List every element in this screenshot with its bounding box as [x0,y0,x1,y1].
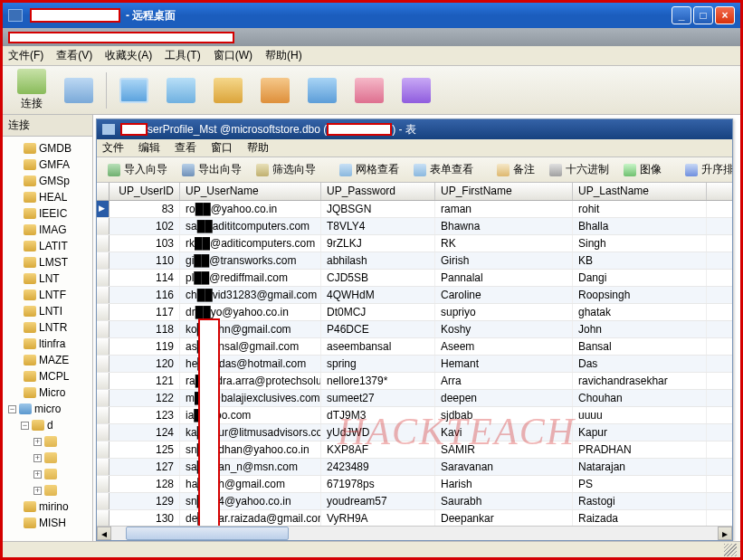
resize-grip[interactable] [724,544,737,556]
cell-userid[interactable]: 124 [110,424,180,441]
data-grid[interactable]: UP_UserID UP_UserName UP_Password UP_Fir… [97,183,732,526]
tb-view[interactable] [157,78,205,103]
col-lastname[interactable]: UP_LastName [573,183,707,200]
row-header[interactable] [97,510,110,526]
tree-folder[interactable]: + [8,433,92,450]
tree-db-LATIT[interactable]: LATIT [8,238,92,254]
tree-sub[interactable]: −d [8,417,92,433]
cell-userid[interactable]: 119 [110,338,180,355]
cell-lastname[interactable]: Rastogi [573,493,707,509]
tree-db-GMSp[interactable]: GMSp [8,173,92,189]
cell-userid[interactable]: 114 [110,270,180,286]
cell-lastname[interactable]: ravichandrasekhar [573,373,707,389]
cell-lastname[interactable]: ghatak [573,304,707,320]
cell-lastname[interactable]: PRADHAN [573,441,707,458]
tree-server[interactable]: −micro [8,401,92,417]
cell-userid[interactable]: 83 [110,201,180,217]
table-row[interactable]: 120he██_das@hotmail.comspringHemantDas [97,356,732,373]
tb-connect[interactable]: 连接 [8,69,55,111]
cell-firstname[interactable]: Caroline [435,287,573,303]
row-header[interactable] [97,270,110,286]
row-header[interactable] [97,304,110,320]
cell-password[interactable]: nellore1379* [321,373,435,389]
cell-username[interactable]: ro██@yahoo.co.in [180,201,321,217]
row-header[interactable] [97,252,110,269]
table-row[interactable]: 125sn██adhan@yahoo.co.inKXP8AFSAMIRPRADH… [97,441,732,459]
tree-db-LNTI[interactable]: LNTI [8,303,92,319]
tree-db-GMDB[interactable]: GMDB [8,140,92,157]
cell-lastname[interactable]: Chouhan [573,390,707,406]
scroll-left-arrow[interactable]: ◂ [97,527,111,540]
cell-username[interactable]: ch██vid31283@gmail.com [180,287,321,303]
table-row[interactable]: 83ro██@yahoo.co.inJQBSGNramanrohit [97,201,732,218]
cell-userid[interactable]: 117 [110,304,180,320]
cell-userid[interactable]: 125 [110,441,180,458]
row-header[interactable] [97,407,110,423]
btn-image[interactable]: 图像 [618,160,667,179]
cell-username[interactable]: de██kar.raizada@gmail.com [180,510,321,526]
cell-password[interactable]: JQBSGN [321,201,435,217]
btn-hex[interactable]: 十六进制 [544,160,614,179]
row-header[interactable] [97,441,110,458]
tree-db-ltinfra[interactable]: ltinfra [8,336,92,352]
close-button[interactable]: × [715,6,735,24]
table-row[interactable]: 118ko██phn@gmail.comP46DCEKoshyJohn [97,321,732,338]
table-row[interactable]: 110gi██@transworks.comabhilashGirishKB [97,252,732,270]
cell-password[interactable]: Dt0MCJ [321,304,435,320]
expand-icon[interactable]: + [33,438,42,446]
cell-userid[interactable]: 130 [110,510,180,526]
tree-db-Micro[interactable]: Micro [8,384,92,401]
cell-username[interactable]: as██ansal@gmail.com [180,338,321,355]
cell-password[interactable]: sumeet27 [321,390,435,406]
cell-firstname[interactable]: raman [435,201,573,217]
cell-password[interactable]: T8VLY4 [321,218,435,234]
cell-lastname[interactable]: Roopsingh [573,287,707,303]
cell-lastname[interactable]: Singh [573,235,707,252]
cell-userid[interactable]: 116 [110,287,180,303]
cell-password[interactable]: 671978ps [321,476,435,492]
cell-firstname[interactable]: Saurabh [435,493,573,509]
cell-firstname[interactable]: deepen [435,390,573,406]
scroll-right-arrow[interactable]: ▸ [718,527,732,540]
cell-lastname[interactable]: rohit [573,201,707,217]
table-row[interactable]: 102sa██adititcomputers.comT8VLY4BhawnaBh… [97,218,732,235]
cell-firstname[interactable]: Deepankar [435,510,573,526]
cell-userid[interactable]: 123 [110,407,180,423]
btn-import-wizard[interactable]: 导入向导 [102,160,173,179]
cell-username[interactable]: pl██@rediffmail.com [180,270,321,286]
col-password[interactable]: UP_Password [321,183,435,200]
cell-username[interactable]: ha██sh@gmail.com [180,476,321,492]
cell-username[interactable]: ia██hoo.com [180,407,321,423]
cell-firstname[interactable]: Bhawna [435,218,573,234]
cell-username[interactable]: ka██our@litmusadvisors.co [180,424,321,441]
row-header[interactable] [97,493,110,509]
grid-hscrollbar[interactable]: ◂ ▸ [97,526,732,540]
row-header[interactable] [97,476,110,492]
tb-backup[interactable] [393,78,440,103]
cell-userid[interactable]: 127 [110,459,180,475]
collapse-icon[interactable]: − [8,405,16,413]
cell-password[interactable]: 9rZLKJ [321,235,435,252]
tb-report[interactable] [346,78,393,103]
cell-firstname[interactable]: SAMIR [435,441,573,458]
cell-firstname[interactable]: Hemant [435,356,573,372]
btn-form-view[interactable]: 表单查看 [408,160,479,179]
cell-userid[interactable]: 121 [110,373,180,389]
cell-username[interactable]: sn██adhan@yahoo.co.in [180,441,321,458]
table-row[interactable]: 128ha██sh@gmail.com671978psHarishPS [97,476,732,493]
cell-lastname[interactable]: KB [573,252,707,269]
table-row[interactable]: 130de██kar.raizada@gmail.comVyRH9ADeepan… [97,510,732,526]
cell-password[interactable]: abhilash [321,252,435,269]
cell-firstname[interactable]: Pannalal [435,270,573,286]
cell-lastname[interactable]: John [573,321,707,337]
tb-table[interactable] [110,78,157,103]
row-header[interactable] [97,201,110,217]
cell-firstname[interactable]: Koshy [435,321,573,337]
cell-username[interactable]: sa██nan_n@msn.com [180,459,321,475]
btn-filter-wizard[interactable]: 筛选向导 [251,160,321,179]
cell-username[interactable]: m██@balajiexclusives.com [180,390,321,406]
tree-db-GMFA[interactable]: GMFA [8,157,92,173]
table-row[interactable]: 121ra██ndra.arra@protechsolunellore1379*… [97,373,732,390]
cell-password[interactable]: dTJ9M3 [321,407,435,423]
cell-lastname[interactable]: Raizada [573,510,707,526]
